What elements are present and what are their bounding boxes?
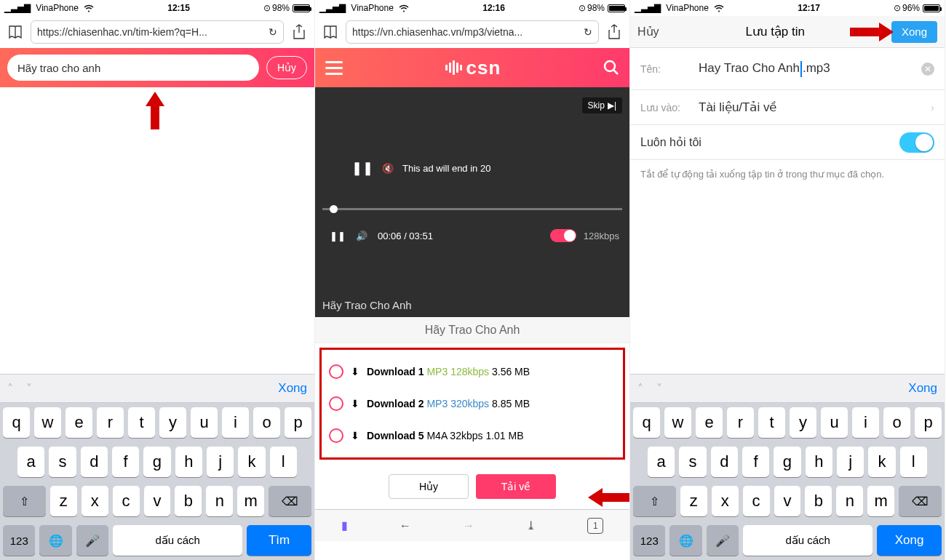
key-p[interactable]: p — [915, 407, 942, 438]
bookmarks-icon[interactable] — [322, 24, 338, 40]
radio-icon[interactable] — [329, 396, 343, 411]
share-icon[interactable] — [291, 24, 307, 40]
downloads-icon[interactable]: ⤓ — [526, 519, 536, 532]
key-a[interactable]: a — [17, 447, 44, 477]
space-key[interactable]: dấu cách — [113, 525, 242, 556]
key-w[interactable]: w — [664, 407, 691, 438]
search-submit-key[interactable]: Tìm — [247, 525, 311, 556]
key-z[interactable]: z — [50, 486, 77, 516]
chevron-down-icon[interactable]: ˅ — [26, 382, 32, 396]
key-w[interactable]: w — [34, 407, 61, 438]
key-x[interactable]: x — [712, 486, 739, 516]
key-b[interactable]: b — [805, 486, 832, 516]
key-m[interactable]: m — [867, 486, 894, 516]
key-h[interactable]: h — [175, 447, 202, 477]
key-j[interactable]: j — [207, 447, 234, 477]
search-icon[interactable] — [603, 60, 619, 76]
key-o[interactable]: o — [253, 407, 280, 438]
key-d[interactable]: d — [81, 447, 108, 477]
key-h[interactable]: h — [806, 447, 832, 477]
chevron-down-icon[interactable]: ˅ — [656, 382, 662, 396]
shift-key[interactable]: ⇧ — [3, 486, 46, 516]
key-p[interactable]: p — [285, 407, 311, 438]
pause-icon[interactable]: ❚❚ — [351, 160, 373, 176]
key-c[interactable]: c — [743, 486, 770, 516]
key-e[interactable]: e — [65, 407, 92, 438]
share-icon[interactable] — [606, 24, 622, 40]
chevron-up-icon[interactable]: ˄ — [637, 382, 643, 396]
key-k[interactable]: k — [868, 447, 895, 477]
volume-icon[interactable]: 🔊 — [356, 231, 367, 241]
key-g[interactable]: g — [143, 447, 170, 477]
key-a[interactable]: a — [648, 447, 675, 477]
key-c[interactable]: c — [113, 486, 140, 516]
key-f[interactable]: f — [112, 447, 139, 477]
key-e[interactable]: e — [696, 407, 723, 438]
download-option[interactable]: ⬇Download 5 M4A 32kbps 1.01 MB — [322, 420, 623, 452]
progress-bar[interactable] — [322, 208, 622, 210]
mute-icon[interactable]: 🔇 — [382, 163, 394, 174]
key-n[interactable]: n — [206, 486, 233, 516]
search-cancel-button[interactable]: Hủy — [266, 56, 307, 79]
bookmarks-icon[interactable] — [7, 24, 23, 40]
key-t[interactable]: t — [758, 407, 785, 438]
mic-key[interactable]: 🎤 — [707, 525, 739, 556]
key-t[interactable]: t — [128, 407, 155, 438]
done-button[interactable]: Xong — [891, 21, 937, 43]
key-b[interactable]: b — [175, 486, 202, 516]
backspace-key[interactable]: ⌫ — [269, 486, 311, 516]
key-s[interactable]: s — [49, 447, 76, 477]
back-icon[interactable]: ← — [400, 519, 411, 532]
key-m[interactable]: m — [237, 486, 264, 516]
key-x[interactable]: x — [82, 486, 108, 516]
quality-toggle[interactable] — [550, 229, 576, 242]
key-z[interactable]: z — [680, 486, 707, 516]
key-y[interactable]: y — [159, 407, 186, 438]
cancel-button[interactable]: Hủy — [637, 25, 659, 39]
key-g[interactable]: g — [774, 447, 800, 477]
key-u[interactable]: u — [821, 407, 848, 438]
radio-icon[interactable] — [329, 428, 343, 443]
key-l[interactable]: l — [900, 447, 927, 477]
download-option[interactable]: ⬇Download 1 MP3 128kbps 3.56 MB — [322, 356, 623, 388]
key-q[interactable]: q — [3, 407, 30, 438]
tabs-button[interactable]: 1 — [587, 518, 603, 534]
keyboard-done-button[interactable]: Xong — [908, 381, 937, 396]
done-submit-key[interactable]: Xong — [877, 525, 942, 556]
pause-icon[interactable]: ❚❚ — [330, 231, 346, 241]
chevron-up-icon[interactable]: ˄ — [7, 382, 13, 396]
mic-key[interactable]: 🎤 — [76, 525, 108, 556]
globe-key[interactable]: 🌐 — [669, 525, 701, 556]
always-ask-toggle[interactable] — [899, 132, 934, 153]
search-input[interactable]: Hãy trao cho anh — [7, 55, 259, 81]
key-k[interactable]: k — [238, 447, 265, 477]
reload-icon[interactable]: ↻ — [269, 26, 277, 38]
key-v[interactable]: v — [144, 486, 171, 516]
key-q[interactable]: q — [633, 407, 660, 438]
key-o[interactable]: o — [883, 407, 910, 438]
radio-icon[interactable] — [329, 364, 343, 379]
key-n[interactable]: n — [836, 486, 863, 516]
url-bar[interactable]: https://vn.chiasenhac.vn/mp3/vietna... ↻ — [346, 20, 599, 44]
forward-icon[interactable]: → — [463, 519, 474, 532]
cancel-button[interactable]: Hủy — [389, 474, 469, 499]
key-i[interactable]: i — [852, 407, 879, 438]
key-d[interactable]: d — [711, 447, 738, 477]
url-bar[interactable]: https://chiasenhac.vn/tim-kiem?q=H... ↻ — [31, 20, 284, 44]
key-u[interactable]: u — [191, 407, 218, 438]
key-v[interactable]: v — [774, 486, 801, 516]
clear-icon[interactable]: ✕ — [921, 63, 934, 76]
site-logo[interactable]: csn — [445, 57, 501, 79]
numbers-key[interactable]: 123 — [3, 525, 35, 556]
key-r[interactable]: r — [727, 407, 754, 438]
reload-icon[interactable]: ↻ — [584, 26, 592, 38]
files-icon[interactable]: ▮ — [341, 519, 348, 532]
key-j[interactable]: j — [837, 447, 864, 477]
space-key[interactable]: dấu cách — [743, 525, 873, 556]
save-location-row[interactable]: Lưu vào: Tài liệu/Tải về › — [630, 90, 945, 125]
key-y[interactable]: y — [790, 407, 816, 438]
backspace-key[interactable]: ⌫ — [899, 486, 942, 516]
globe-key[interactable]: 🌐 — [39, 525, 71, 556]
key-l[interactable]: l — [270, 447, 297, 477]
keyboard-done-button[interactable]: Xong — [278, 381, 307, 396]
